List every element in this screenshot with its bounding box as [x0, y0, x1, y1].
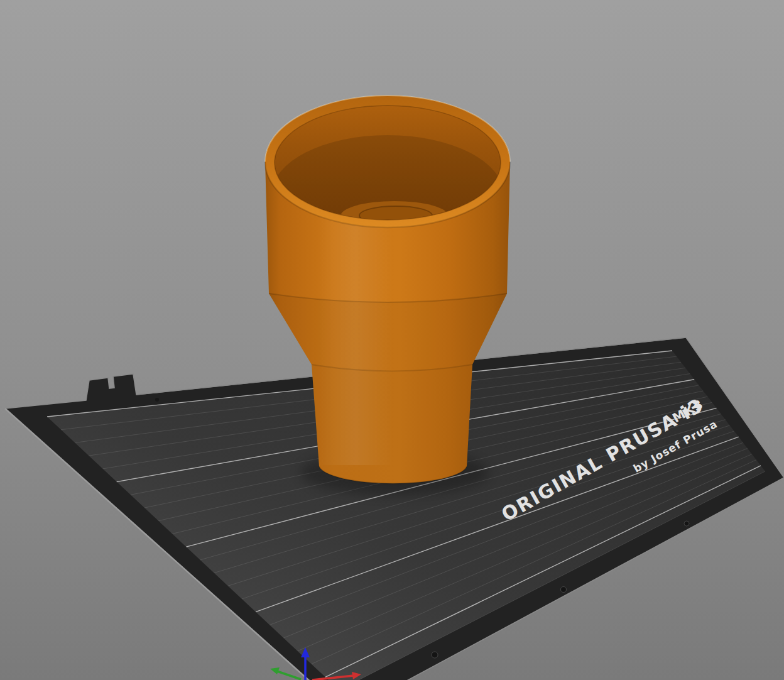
bed-screw-hole — [432, 652, 438, 658]
3d-viewport[interactable]: ORIGINAL PRUSA i3 MK3 by Josef Prusa — [0, 0, 784, 680]
cup-cone-section — [269, 293, 507, 371]
bed-screw-hole — [155, 398, 159, 402]
bed-screw-hole — [561, 587, 567, 593]
cup-lower-section — [312, 365, 472, 483]
bed-screw-hole — [684, 521, 689, 526]
scene-canvas[interactable]: ORIGINAL PRUSA i3 MK3 by Josef Prusa — [0, 0, 784, 680]
